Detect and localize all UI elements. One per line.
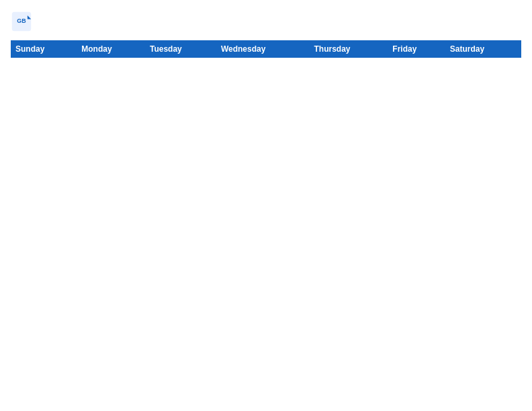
day-header-saturday: Saturday: [445, 41, 521, 58]
day-header-sunday: Sunday: [11, 41, 77, 58]
day-header-monday: Monday: [77, 41, 146, 58]
day-header-wednesday: Wednesday: [216, 41, 310, 58]
logo-icon: GB: [11, 11, 32, 32]
calendar-header-row: SundayMondayTuesdayWednesdayThursdayFrid…: [11, 41, 521, 58]
calendar-table: SundayMondayTuesdayWednesdayThursdayFrid…: [11, 40, 521, 58]
logo: GB: [11, 11, 35, 32]
day-header-thursday: Thursday: [310, 41, 388, 58]
day-header-tuesday: Tuesday: [145, 41, 216, 58]
page-header: GB: [11, 11, 521, 32]
svg-text:GB: GB: [17, 17, 26, 24]
day-header-friday: Friday: [388, 41, 445, 58]
